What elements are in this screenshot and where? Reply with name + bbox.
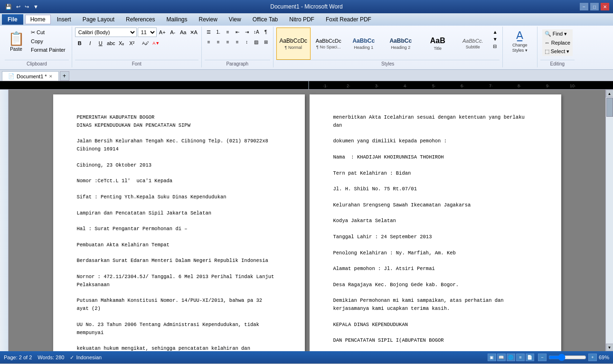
quick-access[interactable]: 💾 ↩ ↪ ▼ <box>4 3 40 10</box>
print-layout-btn[interactable]: ▣ <box>488 354 496 361</box>
doc-tab-close[interactable]: ✕ <box>49 74 53 79</box>
copy-btn[interactable]: Copy <box>28 37 68 45</box>
mailings-menu[interactable]: Mailings <box>161 15 192 24</box>
new-tab-btn[interactable]: + <box>60 71 69 81</box>
page-layout-menu[interactable]: Page Layout <box>77 15 120 24</box>
multilevel-btn[interactable]: ≡ <box>224 28 232 36</box>
align-left-btn[interactable]: ≡ <box>205 37 213 46</box>
style-title[interactable]: AaB Title <box>421 28 455 60</box>
draft-btn[interactable]: 📄 <box>526 354 534 361</box>
line-spacing-btn[interactable]: ↕ <box>243 37 251 46</box>
close-btn[interactable]: ✕ <box>601 3 609 10</box>
align-right-btn[interactable]: ≡ <box>224 37 232 46</box>
review-menu[interactable]: Review <box>193 15 222 24</box>
replace-btn[interactable]: ↔ Replace <box>542 38 573 47</box>
undo-quick-btn[interactable]: ↩ <box>15 3 22 10</box>
style-heading2[interactable]: AaBbCc Heading 2 <box>382 28 420 60</box>
select-btn[interactable]: ⬚ Select ▾ <box>542 47 573 56</box>
font-group: Calibri (Body) 11 A+ A- Aa ✕A B I U abc … <box>72 27 202 67</box>
font-size-select[interactable]: 11 <box>138 28 157 37</box>
p2-line-23 <box>333 289 538 297</box>
sort-btn[interactable]: ↕A <box>252 28 261 36</box>
style-normal[interactable]: AaBbCcDc ¶ Normal <box>276 28 311 60</box>
foxit-reader-menu[interactable]: Foxit Reader PDF <box>321 15 377 24</box>
text-highlight-btn[interactable]: A🖊 <box>141 38 151 48</box>
vertical-scrollbar[interactable]: ▲ ▼ <box>605 90 613 351</box>
bullets-btn[interactable]: ☰ <box>205 28 213 36</box>
redo-quick-btn[interactable]: ↪ <box>23 3 30 10</box>
view-menu[interactable]: View <box>224 15 246 24</box>
style-subtitle[interactable]: AaBbCc. Subtitle <box>456 28 490 60</box>
nitro-pdf-menu[interactable]: Nitro PDF <box>284 15 320 24</box>
style-no-spacing[interactable]: AaBbCcDc ¶ No Spaci... <box>311 28 346 60</box>
font-case-btn[interactable]: Aa <box>179 28 188 37</box>
restore-btn[interactable]: □ <box>590 3 599 10</box>
scroll-track[interactable] <box>606 97 613 344</box>
file-menu-btn[interactable]: File <box>2 14 23 25</box>
p2-line-13 <box>333 209 538 217</box>
styles-scroll-up[interactable]: ▲ <box>492 28 499 36</box>
font-name-select[interactable]: Calibri (Body) <box>75 28 137 37</box>
save-quick-btn[interactable]: 💾 <box>4 3 13 10</box>
minimize-btn[interactable]: − <box>580 3 588 10</box>
office-tab-menu[interactable]: Office Tab <box>247 15 283 24</box>
borders-btn[interactable]: ⊞ <box>262 37 270 46</box>
change-styles-icon: A̲ <box>516 29 523 42</box>
zoom-slider[interactable] <box>548 355 586 359</box>
style-heading1[interactable]: AaBbCc Heading 1 <box>347 28 381 60</box>
style-h1-preview: AaBbCc <box>352 37 375 44</box>
align-center-btn[interactable]: ≡ <box>214 37 223 46</box>
scrollable-document[interactable]: PEMERINTAH KABUPATEN BOGOR DINAS KEPENDU… <box>9 90 605 351</box>
zoom-out-btn[interactable]: − <box>538 354 547 361</box>
format-painter-btn[interactable]: Format Painter <box>28 46 68 54</box>
customize-quick-btn[interactable]: ▼ <box>32 3 40 10</box>
word-count: Words: 280 <box>38 355 64 360</box>
decrease-font-btn[interactable]: A- <box>168 28 178 37</box>
paste-btn[interactable]: 📋 Paste <box>5 28 28 55</box>
align-justify-btn[interactable]: ≡ <box>233 37 242 46</box>
cut-btn[interactable]: ✂ Cut <box>28 28 68 37</box>
line-28: mempunyai <box>77 329 281 337</box>
web-layout-btn[interactable]: 🌐 <box>507 354 515 361</box>
bold-btn[interactable]: B <box>75 38 85 48</box>
italic-btn[interactable]: I <box>85 38 95 48</box>
styles-more[interactable]: ⊟ <box>492 43 499 50</box>
document1-tab[interactable]: 📄 Document1 * ✕ <box>2 71 59 81</box>
show-para-btn[interactable]: ¶ <box>262 28 270 36</box>
zoom-in-btn[interactable]: + <box>588 354 597 361</box>
numbering-btn[interactable]: 1. <box>214 28 223 36</box>
styles-group: AaBbCcDc ¶ Normal AaBbCcDc ¶ No Spaci...… <box>273 27 503 67</box>
scroll-up-btn[interactable]: ▲ <box>606 90 613 97</box>
scroll-thumb[interactable] <box>606 98 613 117</box>
home-menu[interactable]: Home <box>25 15 51 24</box>
increase-indent-btn[interactable]: ⇥ <box>243 28 251 36</box>
p2-line-21 <box>333 273 538 281</box>
status-right: ▣ 📖 🌐 ≡ 📄 − + 69% <box>488 354 609 361</box>
increase-font-btn[interactable]: A+ <box>158 28 167 37</box>
p2-line-28 <box>333 329 538 337</box>
paragraph-content: ☰ 1. ≡ ⇤ ⇥ ↕A ¶ ≡ ≡ ≡ ≡ ↕ ▨ ⊞ <box>205 28 270 60</box>
title-bar-controls[interactable]: − □ ✕ <box>580 3 609 10</box>
ribbon: 📋 Paste ✂ Cut Copy Format Painter Clipbo… <box>0 26 613 70</box>
underline-btn[interactable]: U <box>96 38 105 48</box>
clear-format-btn[interactable]: ✕A <box>189 28 198 37</box>
text-color-btn[interactable]: A▼ <box>151 38 161 48</box>
subscript-btn[interactable]: X₂ <box>117 38 126 48</box>
full-reading-btn[interactable]: 📖 <box>497 354 506 361</box>
change-styles-btn[interactable]: A̲ ChangeStyles ▾ <box>506 28 534 55</box>
styles-scroll-down[interactable]: ▼ <box>492 36 499 43</box>
line-24: Putusan Mahkamah Konstitusi Nomor. 14/PU… <box>77 297 281 305</box>
scroll-down-btn[interactable]: ▼ <box>606 344 613 351</box>
outline-btn[interactable]: ≡ <box>516 354 525 361</box>
decrease-indent-btn[interactable]: ⇤ <box>233 28 242 36</box>
p2-line-12: Kelurahan Srengseng Sawah Ikecamatan Jag… <box>333 201 538 209</box>
insert-menu[interactable]: Insert <box>52 15 76 24</box>
line-15: Hal : Surat Pengantar Permohonan di – <box>77 225 281 233</box>
find-btn[interactable]: 🔍 Find ▾ <box>542 29 573 38</box>
shading-btn[interactable]: ▨ <box>252 37 261 46</box>
strikethrough-btn[interactable]: abc <box>106 38 116 48</box>
page-1[interactable]: PEMERINTAH KABUPATEN BOGOR DINAS KEPENDU… <box>53 94 305 351</box>
page-2[interactable]: menerbitkan Akta Icelahiran sesuai denga… <box>310 94 561 351</box>
references-menu[interactable]: References <box>121 15 160 24</box>
superscript-btn[interactable]: X² <box>127 38 137 48</box>
